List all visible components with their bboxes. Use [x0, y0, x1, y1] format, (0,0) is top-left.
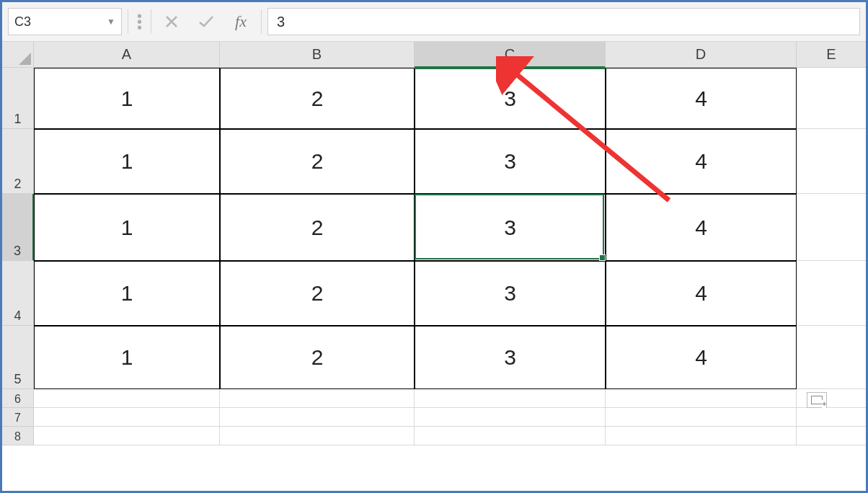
- formula-bar: C3 ▼ ••• fx 3: [2, 2, 866, 42]
- cell[interactable]: [220, 389, 415, 408]
- cell[interactable]: 2: [220, 326, 415, 389]
- cell[interactable]: 2: [220, 261, 415, 326]
- fx-icon: fx: [235, 12, 247, 31]
- cell[interactable]: 1: [34, 261, 220, 326]
- cell[interactable]: [415, 389, 606, 408]
- cell[interactable]: [797, 194, 867, 261]
- cell[interactable]: 4: [606, 261, 797, 326]
- column-header-b[interactable]: B: [220, 42, 415, 68]
- separator: [261, 9, 262, 34]
- cell[interactable]: [797, 129, 867, 194]
- row-header-4[interactable]: 4: [2, 261, 34, 326]
- cancel-button: [157, 9, 186, 35]
- cell[interactable]: 1: [34, 326, 220, 389]
- cell[interactable]: 2: [220, 68, 415, 129]
- cell[interactable]: [797, 261, 867, 326]
- row-header-7[interactable]: 7: [2, 408, 34, 427]
- dropdown-caret-icon[interactable]: ▼: [107, 17, 115, 27]
- column-header-c[interactable]: C: [415, 42, 606, 68]
- cell[interactable]: [34, 408, 220, 427]
- cell[interactable]: 3: [415, 261, 606, 326]
- column-header-a[interactable]: A: [34, 42, 220, 68]
- cell[interactable]: 3: [415, 68, 606, 129]
- row-header-6[interactable]: 6: [2, 389, 34, 408]
- row-header-2[interactable]: 2: [2, 129, 34, 194]
- cell[interactable]: 4: [606, 68, 797, 129]
- separator: [128, 9, 128, 34]
- column-header-e[interactable]: E: [797, 42, 867, 68]
- cell[interactable]: 3: [415, 326, 606, 389]
- cell[interactable]: 4: [606, 129, 797, 194]
- insert-function-button[interactable]: fx: [226, 9, 255, 35]
- cell[interactable]: [220, 408, 415, 427]
- name-box-value: C3: [14, 14, 31, 30]
- cell[interactable]: [34, 389, 220, 408]
- cell[interactable]: [797, 326, 867, 389]
- cell[interactable]: 1: [34, 68, 220, 129]
- row-header-3[interactable]: 3: [2, 194, 34, 261]
- column-header-d[interactable]: D: [606, 42, 797, 68]
- cell[interactable]: 4: [606, 194, 797, 261]
- row-header-5[interactable]: 5: [2, 326, 34, 389]
- x-icon: [165, 15, 178, 28]
- enter-button: [192, 9, 221, 35]
- cell[interactable]: 1: [34, 194, 220, 261]
- select-all-button[interactable]: [2, 42, 34, 68]
- cell[interactable]: 2: [220, 129, 415, 194]
- formula-input[interactable]: 3: [267, 8, 860, 35]
- cell[interactable]: [415, 408, 606, 427]
- cell[interactable]: [220, 427, 415, 445]
- cell[interactable]: 4: [606, 326, 797, 389]
- cell[interactable]: [415, 427, 606, 445]
- cell[interactable]: [797, 68, 867, 129]
- cell[interactable]: [606, 389, 797, 408]
- row-header-8[interactable]: 8: [2, 427, 34, 445]
- cell[interactable]: 1: [34, 129, 220, 194]
- row-headers: 12345678: [2, 68, 34, 445]
- cell[interactable]: 3: [415, 129, 606, 194]
- column-headers: ABCDE: [34, 42, 867, 68]
- cell[interactable]: 2: [220, 194, 415, 261]
- vertical-dots-icon[interactable]: •••: [134, 13, 145, 30]
- separator: [151, 9, 151, 34]
- formula-value: 3: [277, 14, 285, 30]
- quick-analysis-icon[interactable]: +: [807, 392, 827, 408]
- cell[interactable]: [34, 427, 220, 445]
- cell[interactable]: [797, 427, 867, 445]
- name-box[interactable]: C3 ▼: [8, 8, 122, 35]
- cell[interactable]: 3: [415, 194, 606, 261]
- cell[interactable]: [606, 427, 797, 445]
- row-header-1[interactable]: 1: [2, 68, 34, 129]
- cell[interactable]: [606, 408, 797, 427]
- check-icon: [198, 15, 214, 28]
- cell[interactable]: [797, 408, 867, 427]
